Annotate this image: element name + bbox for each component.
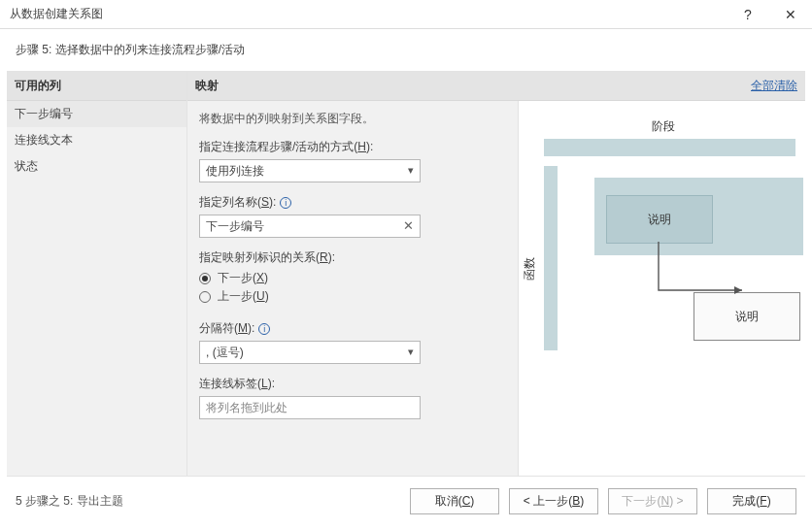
method-value: 使用列连接 (206, 163, 264, 180)
content: 映射 全部清除 将数据中的列映射到关系图字段。 指定连接流程步骤/活动的方式(H… (187, 72, 805, 476)
finish-button[interactable]: 完成(F) (707, 488, 796, 514)
info-icon[interactable]: i (280, 197, 291, 209)
separator-select[interactable]: , (逗号) ▾ (199, 341, 421, 364)
titlebar: 从数据创建关系图 ? ✕ (0, 0, 812, 29)
separator-value: , (逗号) (206, 345, 244, 361)
colname-input[interactable]: 下一步编号 ✕ (199, 215, 421, 238)
chevron-down-icon: ▾ (408, 346, 414, 358)
radio-prev[interactable]: 上一步(U) (199, 288, 506, 305)
close-button[interactable]: ✕ (769, 0, 812, 29)
sidebar-item-next-step-id[interactable]: 下一步编号 (7, 101, 186, 127)
info-icon[interactable]: i (258, 323, 270, 335)
mapping-description: 将数据中的列映射到关系图字段。 (199, 111, 506, 127)
colname-label: 指定列名称(S): i (199, 194, 506, 211)
main-area: 可用的列 下一步编号 连接线文本 状态 映射 全部清除 将数据中的列映射到关系图… (7, 71, 805, 477)
sidebar-header: 可用的列 (7, 72, 186, 101)
radio-icon (199, 291, 211, 303)
method-select[interactable]: 使用列连接 ▾ (199, 159, 421, 182)
back-button[interactable]: < 上一步(B) (509, 488, 598, 514)
preview-pane: 阶段 函数 说明 说明 (518, 101, 805, 476)
footer-status: 5 步骤之 5: 导出主题 (16, 493, 400, 510)
footer: 5 步骤之 5: 导出主题 取消(C) < 上一步(B) 下一步(N) > 完成… (0, 477, 812, 526)
sidebar-item-status[interactable]: 状态 (7, 153, 186, 180)
radio-icon (199, 273, 211, 284)
radio-next[interactable]: 下一步(X) (199, 270, 506, 286)
separator-label: 分隔符(M): i (199, 320, 506, 337)
colname-value: 下一步编号 (206, 218, 264, 235)
chevron-down-icon: ▾ (408, 164, 414, 177)
step-subtitle: 步骤 5: 选择数据中的列来连接流程步骤/活动 (0, 29, 812, 71)
mapping-header: 映射 (195, 78, 751, 94)
method-label: 指定连接流程步骤/活动的方式(H): (199, 139, 506, 155)
connector-label: 连接线标签(L): (199, 376, 506, 392)
preview-stage-bar (544, 139, 795, 156)
preview-side-rail (544, 166, 558, 350)
preview-canvas: 说明 说明 (567, 166, 795, 350)
help-button[interactable]: ? (727, 0, 769, 29)
preview-box-1: 说明 (606, 195, 713, 244)
next-button: 下一步(N) > (608, 488, 697, 514)
window-title: 从数据创建关系图 (10, 6, 727, 22)
content-header: 映射 全部清除 (187, 72, 805, 101)
sidebar-item-connector-text[interactable]: 连接线文本 (7, 127, 186, 153)
help-icon: ? (744, 7, 752, 22)
close-icon: ✕ (785, 7, 796, 22)
preview-function-label: 函数 (522, 222, 538, 281)
arrow-icon (657, 240, 763, 308)
sidebar: 可用的列 下一步编号 连接线文本 状态 (7, 72, 187, 476)
clear-all-link[interactable]: 全部清除 (751, 78, 797, 94)
connector-label-drop[interactable]: 将列名拖到此处 (199, 396, 421, 419)
connector-placeholder: 将列名拖到此处 (206, 400, 288, 416)
form-column: 将数据中的列映射到关系图字段。 指定连接流程步骤/活动的方式(H): 使用列连接… (187, 101, 518, 476)
clear-icon[interactable]: ✕ (403, 218, 414, 233)
cancel-button[interactable]: 取消(C) (410, 488, 499, 514)
relation-label: 指定映射列标识的关系(R): (199, 249, 506, 266)
preview-stage-label: 阶段 (530, 118, 795, 135)
